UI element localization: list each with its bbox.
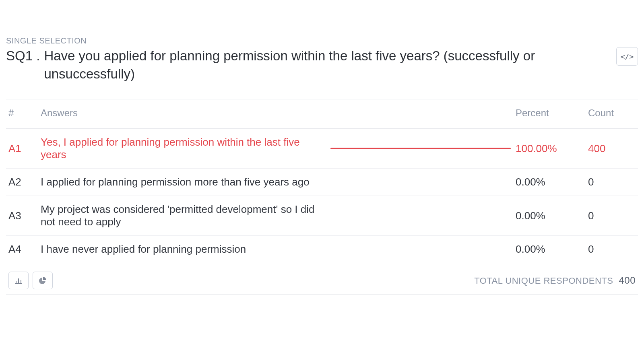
answer-percent: 0.00% [513, 169, 586, 196]
answer-id: A1 [6, 129, 38, 169]
question-text: Have you applied for planning permission… [44, 47, 608, 83]
answer-bar [330, 215, 511, 216]
question-type-label: SINGLE SELECTION [6, 36, 638, 45]
bar-chart-view-button[interactable] [8, 272, 29, 289]
table-row: A3My project was considered 'permitted d… [6, 196, 638, 236]
pie-chart-view-button[interactable] [33, 272, 53, 289]
answer-percent: 0.00% [513, 196, 586, 236]
answer-count: 0 [586, 236, 638, 263]
col-header-percent: Percent [513, 99, 586, 129]
answer-id: A3 [6, 196, 38, 236]
table-row: A2I applied for planning permission more… [6, 169, 638, 196]
pie-chart-icon [39, 276, 47, 284]
col-header-id: # [6, 99, 38, 129]
answer-bar-cell [328, 169, 513, 196]
total-respondents-label: TOTAL UNIQUE RESPONDENTS [474, 276, 613, 286]
answers-table: # Answers Percent Count A1Yes, I applied… [6, 99, 638, 263]
col-header-count: Count [586, 99, 638, 129]
answer-text: Yes, I applied for planning permission w… [38, 129, 328, 169]
answer-count: 0 [586, 169, 638, 196]
answer-bar-fill [330, 148, 511, 149]
answer-bar [330, 249, 511, 250]
answer-text: I have never applied for planning permis… [38, 236, 328, 263]
question-code: SQ1 . [6, 47, 40, 83]
answer-percent: 100.00% [513, 129, 586, 169]
col-header-answers: Answers [38, 99, 328, 129]
answer-bar [330, 181, 511, 183]
col-header-bar [328, 99, 513, 129]
answer-percent: 0.00% [513, 236, 586, 263]
answer-bar-cell [328, 196, 513, 236]
bar-chart-icon [14, 277, 23, 284]
code-icon: </> [621, 52, 634, 61]
total-respondents-value: 400 [619, 275, 636, 286]
answer-bar-cell [328, 129, 513, 169]
table-row: A4I have never applied for planning perm… [6, 236, 638, 263]
answer-count: 400 [586, 129, 638, 169]
question-title: SQ1 . Have you applied for planning perm… [6, 47, 608, 83]
answer-count: 0 [586, 196, 638, 236]
answer-bar [330, 148, 511, 149]
answer-text: I applied for planning permission more t… [38, 169, 328, 196]
total-respondents: TOTAL UNIQUE RESPONDENTS 400 [474, 275, 636, 286]
answer-bar-cell [328, 236, 513, 263]
table-header-row: # Answers Percent Count [6, 99, 638, 129]
answer-id: A2 [6, 169, 38, 196]
table-row: A1Yes, I applied for planning permission… [6, 129, 638, 169]
embed-code-button[interactable]: </> [616, 47, 638, 66]
answer-text: My project was considered 'permitted dev… [38, 196, 328, 236]
answer-id: A4 [6, 236, 38, 263]
